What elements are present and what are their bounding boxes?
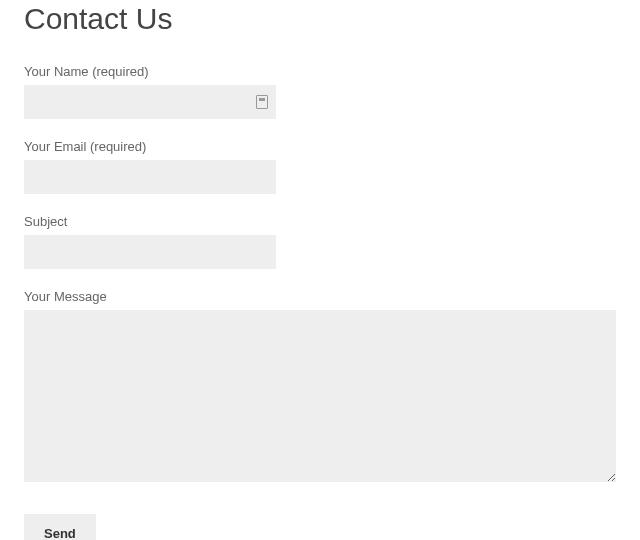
email-input[interactable] <box>24 160 276 194</box>
contact-form: Your Name (required) Your Email (require… <box>24 64 616 540</box>
page-title: Contact Us <box>24 2 616 36</box>
email-label: Your Email (required) <box>24 139 616 154</box>
name-input[interactable] <box>24 85 276 119</box>
message-textarea[interactable] <box>24 310 616 482</box>
subject-input[interactable] <box>24 235 276 269</box>
email-group: Your Email (required) <box>24 139 616 194</box>
name-group: Your Name (required) <box>24 64 616 119</box>
subject-label: Subject <box>24 214 616 229</box>
name-label: Your Name (required) <box>24 64 616 79</box>
subject-group: Subject <box>24 214 616 269</box>
send-button[interactable]: Send <box>24 514 96 540</box>
message-group: Your Message <box>24 289 616 486</box>
message-label: Your Message <box>24 289 616 304</box>
